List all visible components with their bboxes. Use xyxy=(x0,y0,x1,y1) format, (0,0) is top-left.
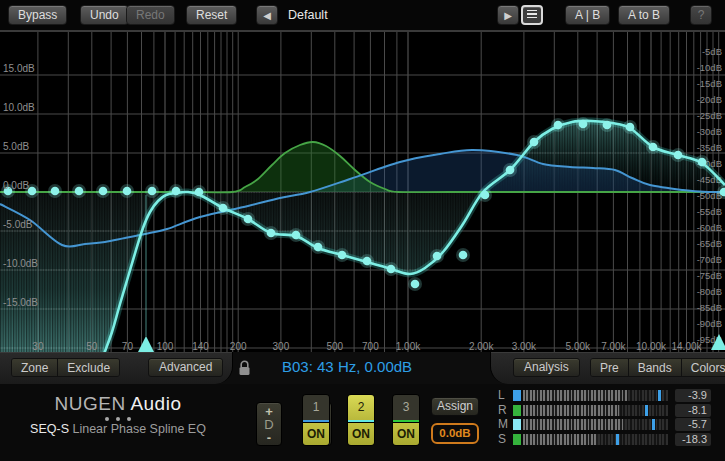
advanced-button[interactable]: Advanced xyxy=(148,358,223,377)
svg-text:-20dB: -20dB xyxy=(697,94,722,105)
gain-readout[interactable]: 0.0dB xyxy=(431,423,479,444)
delta-stepper[interactable]: + D - xyxy=(256,402,282,446)
logo-audio: Audio xyxy=(130,393,181,414)
spline-node xyxy=(579,120,588,129)
spline-node xyxy=(506,166,515,175)
pre-button[interactable]: Pre xyxy=(591,359,629,376)
spline-node xyxy=(363,257,372,266)
spline-node xyxy=(338,251,347,260)
svg-text:-35dB: -35dB xyxy=(697,142,722,153)
svg-text:15.0dB: 15.0dB xyxy=(3,63,35,74)
svg-text:-25dB: -25dB xyxy=(697,110,722,121)
assign-button[interactable]: Assign xyxy=(431,397,479,416)
spline-node xyxy=(172,187,181,196)
spline-node xyxy=(75,187,84,196)
meter-value: -3.9 xyxy=(675,389,711,402)
spline-node xyxy=(292,231,301,240)
spline-node xyxy=(195,188,204,197)
bands-button[interactable]: Bands xyxy=(629,359,682,376)
meter-value: -5.7 xyxy=(675,418,711,431)
svg-text:-15dB: -15dB xyxy=(697,78,722,89)
minus-icon[interactable]: - xyxy=(267,431,271,444)
view-group: Pre Bands Colors xyxy=(590,358,725,377)
svg-text:-85dB: -85dB xyxy=(697,302,722,313)
product-tagline: Linear Phase Spline EQ xyxy=(72,422,205,436)
spline-node xyxy=(267,229,276,238)
eq-graph[interactable]: -5dB-10dB-15dB-20dB-25dB-30dB-35dB-40dB-… xyxy=(0,30,725,352)
control-bar: Zone Exclude Advanced B03: 43 Hz, 0.00dB… xyxy=(0,352,725,384)
meter-peak-marker xyxy=(616,434,619,445)
meter-source-indicator xyxy=(513,390,521,401)
zone-button[interactable]: Zone xyxy=(12,359,58,376)
spline-node xyxy=(626,123,635,132)
logo: NUGEN Audio xyxy=(18,393,218,415)
meter-source-indicator xyxy=(513,434,521,445)
meter-value: -18.3 xyxy=(675,433,711,446)
meter-peak-marker xyxy=(658,390,661,401)
svg-text:30: 30 xyxy=(32,341,44,352)
spline-node xyxy=(433,252,442,261)
channel-button-1[interactable]: 1ON xyxy=(302,394,330,446)
svg-text:10.00k: 10.00k xyxy=(636,341,667,352)
toolbar: Bypass Undo Redo Reset ◀ Default ▶ A | B… xyxy=(0,0,725,30)
svg-text:3.00k: 3.00k xyxy=(512,341,537,352)
channel-on-button[interactable]: ON xyxy=(348,422,374,445)
spline-node xyxy=(603,121,612,130)
bottom-panel: NUGEN Audio SEQ-S Linear Phase Spline EQ… xyxy=(0,384,725,461)
prev-preset-button[interactable]: ◀ xyxy=(256,5,278,25)
spline-node xyxy=(698,158,707,167)
reset-button[interactable]: Reset xyxy=(186,5,237,25)
meter-peak-marker xyxy=(652,419,655,430)
preset-name[interactable]: Default xyxy=(288,8,328,22)
channel-on-button[interactable]: ON xyxy=(393,422,419,445)
colors-button[interactable]: Colors xyxy=(682,359,725,376)
ab-compare-button[interactable]: A | B xyxy=(565,5,610,25)
meter-source-indicator xyxy=(513,405,521,416)
meter-label: S xyxy=(498,434,513,445)
lock-icon[interactable] xyxy=(238,360,251,376)
channel-button-2[interactable]: 2ON xyxy=(347,394,375,446)
spline-node xyxy=(314,243,323,252)
preset-list-button[interactable] xyxy=(521,5,543,25)
play-preset-button[interactable]: ▶ xyxy=(497,5,519,25)
redo-button[interactable]: Redo xyxy=(126,5,175,25)
svg-text:7.00k: 7.00k xyxy=(601,341,626,352)
meter-peak-marker xyxy=(645,405,648,416)
help-button[interactable]: ? xyxy=(690,5,712,25)
svg-text:200: 200 xyxy=(230,341,247,352)
eq-canvas[interactable]: -5dB-10dB-15dB-20dB-25dB-30dB-35dB-40dB-… xyxy=(0,32,725,354)
svg-text:70: 70 xyxy=(122,341,134,352)
exclude-button[interactable]: Exclude xyxy=(58,359,119,376)
band-readout: B03: 43 Hz, 0.00dB xyxy=(282,358,482,375)
channel-number[interactable]: 2 xyxy=(348,395,374,420)
meter-row-M: M-5.7 xyxy=(498,419,711,430)
spline-node xyxy=(530,138,539,147)
channel-on-button[interactable]: ON xyxy=(303,422,329,445)
meter-value: -8.1 xyxy=(675,404,711,417)
svg-text:-60dB: -60dB xyxy=(697,222,722,233)
svg-text:-10dB: -10dB xyxy=(697,62,722,73)
channel-number[interactable]: 3 xyxy=(393,395,419,420)
svg-text:-55dB: -55dB xyxy=(697,206,722,217)
zone-exclude-group: Zone Exclude xyxy=(11,358,120,377)
meter-row-R: R-8.1 xyxy=(498,405,711,416)
svg-text:14.00k: 14.00k xyxy=(671,341,702,352)
svg-text:300: 300 xyxy=(273,341,290,352)
svg-text:500: 500 xyxy=(326,341,343,352)
svg-text:2.00k: 2.00k xyxy=(469,341,494,352)
svg-text:5.0dB: 5.0dB xyxy=(3,141,29,152)
analysis-button[interactable]: Analysis xyxy=(513,358,580,377)
spline-node xyxy=(51,187,60,196)
spline-node xyxy=(674,151,683,160)
undo-button[interactable]: Undo xyxy=(80,5,129,25)
channel-number[interactable]: 1 xyxy=(303,395,329,420)
meter-bar xyxy=(523,434,668,445)
meter-bar xyxy=(523,405,668,416)
a-to-b-button[interactable]: A to B xyxy=(618,5,670,25)
svg-text:-5.0dB: -5.0dB xyxy=(3,219,33,230)
logo-nugen: NUGEN xyxy=(55,393,126,414)
bypass-button[interactable]: Bypass xyxy=(8,5,67,25)
freq-axis-labels: 3050701001402003005007001.00k2.00k3.00k5… xyxy=(32,341,702,352)
svg-text:-70dB: -70dB xyxy=(697,254,722,265)
channel-button-3[interactable]: 3ON xyxy=(392,394,420,446)
